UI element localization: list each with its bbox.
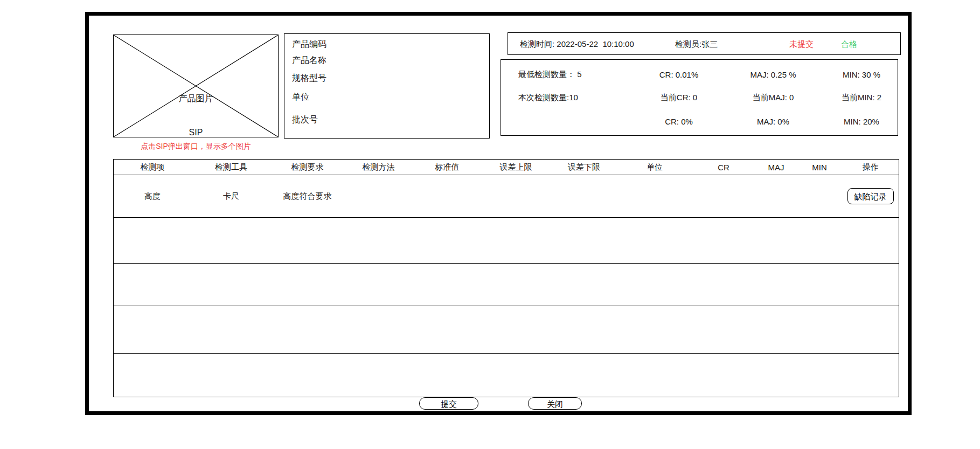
cell-requirement: 高度符合要求 [271,191,344,202]
stat-min-rate: MIN: 20% [824,117,899,126]
stat-cr-limit: CR: 0.01% [636,70,722,79]
stat-current-min: 当前MIN: 2 [824,93,899,103]
col-header-min: MIN [797,163,842,172]
col-header-tool: 检测工具 [191,162,271,172]
result-status-badge: 合格 [841,39,857,50]
field-product-name: 产品名称 [292,54,326,66]
field-unit: 单位 [292,91,309,103]
stat-current-maj: 当前MAJ: 0 [722,93,824,103]
col-header-unit: 单位 [617,162,692,172]
inspection-header-panel: 检测时间: 2022-05-22 10:10:00 检测员:张三 未提交 合格 [508,32,901,55]
table-row-empty [114,353,899,398]
table-row-empty [114,306,899,353]
col-header-upper-limit: 误差上限 [481,162,551,172]
defect-record-button[interactable]: 缺陷记录 [847,188,894,204]
stats-panel: 最低检测数量： 5 CR: 0.01% MAJ: 0.25 % MIN: 30 … [501,59,898,136]
stat-min-qty: 最低检测数量： 5 [501,70,636,80]
sip-link[interactable]: SIP [114,128,278,137]
submit-status-badge: 未提交 [789,39,814,50]
inspector-name: 检测员:张三 [675,39,718,50]
window-frame: 产品图片 SIP 点击SIP弹出窗口，显示多个图片 产品编码 产品名称 规格型号… [85,12,912,415]
submit-button[interactable]: 提交 [419,397,478,410]
stat-maj-rate: MAJ: 0% [722,117,824,126]
stat-maj-limit: MAJ: 0.25 % [722,70,824,79]
product-image-placeholder[interactable]: 产品图片 SIP 点击SIP弹出窗口，显示多个图片 [113,34,279,137]
col-header-method: 检测方法 [344,162,413,172]
col-header-cr: CR [692,163,755,172]
inspection-time: 检测时间: 2022-05-22 10:10:00 [520,39,634,50]
table-row: 高度 卡尺 高度符合要求 缺陷记录 [114,175,899,217]
field-batch-number: 批次号 [292,114,318,126]
stat-min-limit: MIN: 30 % [824,70,899,79]
field-product-code: 产品编码 [292,38,326,50]
stat-current-qty: 本次检测数量:10 [501,93,636,103]
col-header-requirement: 检测要求 [271,162,344,172]
col-header-item: 检测项 [114,162,191,172]
image-x-icon [114,35,278,137]
table-row-empty [114,217,899,263]
product-image-label: 产品图片 [114,93,278,105]
detection-items-table: 检测项 检测工具 检测要求 检测方法 标准值 误差上限 误差下限 单位 CR M… [113,159,899,397]
col-header-action: 操作 [842,162,899,172]
table-row-empty [114,263,899,306]
sip-note: 点击SIP弹出窗口，显示多个图片 [114,142,278,151]
product-info-panel: 产品编码 产品名称 规格型号 单位 批次号 [284,33,490,139]
stat-cr-rate: CR: 0% [636,117,722,126]
table-header-row: 检测项 检测工具 检测要求 检测方法 标准值 误差上限 误差下限 单位 CR M… [114,160,899,175]
stat-current-cr: 当前CR: 0 [636,93,722,103]
col-header-standard: 标准值 [413,162,481,172]
cell-tool: 卡尺 [191,191,271,202]
close-button[interactable]: 关闭 [528,397,582,410]
cell-item: 高度 [114,191,191,202]
field-spec-model: 规格型号 [292,72,326,84]
col-header-maj: MAJ [755,163,797,172]
col-header-lower-limit: 误差下限 [551,162,617,172]
